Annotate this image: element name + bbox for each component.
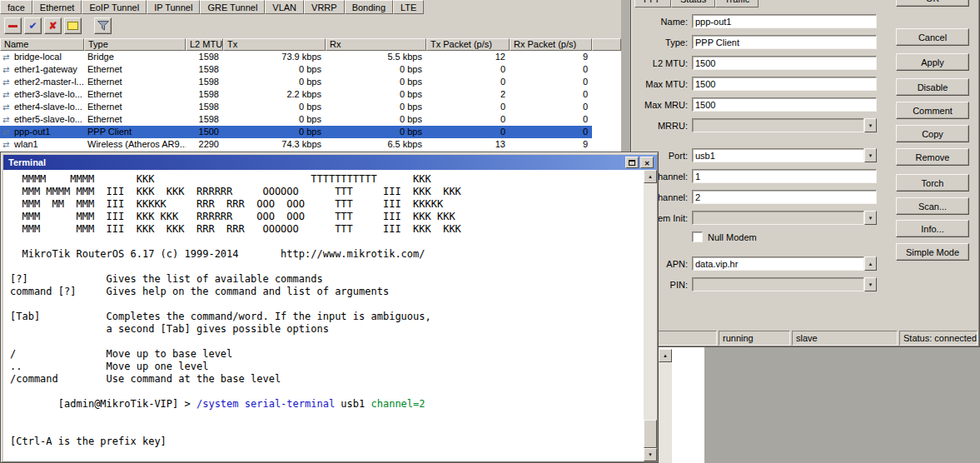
terminal-title: Terminal [8,157,46,167]
column-header-type[interactable]: Type [84,38,186,51]
scrollbar-thumb[interactable] [644,420,657,448]
tab-vrrp[interactable]: VRRP [304,0,345,14]
tab-ppp[interactable]: PPP [634,0,671,7]
table-row-selected[interactable]: ppp-out1 PPP Client 1500 0 bps 0 bps 0 0 [0,126,592,138]
enable-button[interactable] [24,17,42,34]
terminal-prompt-line: [admin@MikroTik-VIP] > /system serial-te… [10,386,644,423]
column-header-tx[interactable]: Tx [223,38,326,51]
ok-button[interactable]: OK [896,0,969,7]
terminal-scrollbar[interactable] [644,170,657,461]
copy-button[interactable]: Copy [896,125,969,142]
disable-icon [48,20,57,32]
scan-button[interactable]: Scan... [896,197,969,215]
table-body: bridge-local Bridge 1598 73.9 kbps 5.5 k… [0,51,621,151]
tab-traffic[interactable]: Traffic [715,0,759,7]
table-row[interactable]: ether5-slave-lo... Ethernet 1598 0 bps 0… [0,113,592,126]
terminal-output[interactable]: MMMM MMMM KKK TTTTTTTTTTT KKK MMM MMMM M… [3,170,644,461]
apn-collapse-button[interactable] [864,256,877,271]
interface-name: ether4-slave-lo... [14,102,82,112]
disable-button[interactable]: Disable [896,78,969,96]
interface-tx-packet: 0 [426,76,510,88]
tab-interface[interactable]: face [0,0,32,14]
column-header-tx-packet[interactable]: Tx Packet (p/s) [426,38,510,51]
torch-button[interactable]: Torch [896,174,969,192]
column-header-rx-packet[interactable]: Rx Packet (p/s) [510,38,592,51]
tab-gre-tunnel[interactable]: GRE Tunnel [200,0,265,14]
tab-ip-tunnel[interactable]: IP Tunnel [147,0,200,14]
interface-l2mtu: 1500 [186,126,223,138]
cancel-button[interactable]: Cancel [896,28,969,46]
wireless-icon [2,138,14,151]
null-modem-checkbox[interactable] [692,232,703,242]
table-row[interactable]: ether1-gateway Ethernet 1598 0 bps 0 bps… [0,63,592,76]
simple-mode-button[interactable]: Simple Mode [896,243,969,261]
mrru-input[interactable] [692,118,864,132]
tab-vlan[interactable]: VLAN [265,0,304,14]
l2mtu-input[interactable] [692,56,877,70]
remove-button[interactable]: Remove [896,148,969,166]
mrru-dropdown-button[interactable] [864,118,877,132]
comment-button[interactable] [64,17,82,34]
scroll-up-icon[interactable] [659,349,672,362]
column-header-rx[interactable]: Rx [326,38,426,51]
interface-tx-packet: 2 [426,88,510,101]
table-row[interactable]: ether2-master-l... Ethernet 1598 0 bps 0… [0,76,592,88]
terminal-titlebar[interactable]: Terminal [3,155,657,170]
close-button[interactable] [640,157,654,168]
terminal-line: / Move up to base level [10,348,644,361]
data-channel-input[interactable] [692,169,877,183]
interface-tab-strip: face Ethernet EoIP Tunnel IP Tunnel GRE … [0,0,621,14]
info-button[interactable]: Info... [896,220,969,237]
disable-button[interactable] [44,17,62,34]
interface-tx-packet: 12 [426,51,510,63]
port-dropdown-button[interactable] [864,148,877,162]
interface-rx: 5.5 kbps [326,51,426,63]
interface-tx-packet: 0 [426,101,510,113]
terminal-line [10,336,644,348]
command-name: serial-terminal [245,398,341,410]
interface-tx: 0 bps [223,76,326,88]
column-header-name[interactable]: Name [0,38,84,51]
pin-input[interactable] [692,277,864,291]
max-mtu-input[interactable] [692,77,877,91]
port-input[interactable] [692,148,864,162]
max-mru-input[interactable] [692,97,877,112]
table-row[interactable]: wlan1 Wireless (Atheros AR9... 2290 74.3… [0,138,592,151]
terminal-cursor-line [10,461,644,461]
apply-button[interactable]: Apply [896,53,969,71]
modem-init-dropdown-button[interactable] [864,211,877,225]
name-input[interactable] [692,14,877,28]
table-row[interactable]: ether3-slave-lo... Ethernet 1598 2.2 kbp… [0,88,592,101]
scroll-down-icon[interactable] [644,448,657,461]
tab-bonding[interactable]: Bonding [345,0,393,14]
ppp-client-icon [2,126,14,138]
interface-rx: 0 bps [326,88,426,101]
interface-rx-packet: 0 [510,113,592,126]
column-header-l2mtu[interactable]: L2 MTU [186,38,223,51]
table-row[interactable]: bridge-local Bridge 1598 73.9 kbps 5.5 k… [0,51,592,63]
scroll-up-icon[interactable] [644,170,657,183]
comment-icon [67,22,78,30]
pin-expand-button[interactable] [864,277,877,291]
info-channel-input[interactable] [692,190,877,204]
terminal-line: a second [Tab] gives possible options [10,323,644,336]
comment-button[interactable]: Comment [896,102,969,119]
filter-button[interactable] [94,17,112,34]
tab-status[interactable]: Status [671,0,715,7]
remove-button[interactable] [4,17,22,34]
modem-init-input[interactable] [692,211,864,225]
maximize-button[interactable] [625,157,639,168]
interface-type: Ethernet [84,101,186,113]
tab-eoip-tunnel[interactable]: EoIP Tunnel [82,0,147,14]
tab-ethernet[interactable]: Ethernet [32,0,82,14]
type-input[interactable] [692,35,877,49]
background-scrollbar[interactable] [659,349,672,463]
interface-tx: 0 bps [223,113,326,126]
interface-type: Wireless (Atheros AR9... [84,138,186,151]
tab-lte[interactable]: LTE [393,0,424,14]
null-modem-label: Null Modem [708,232,757,242]
command-parameter: channel=2 [371,398,425,410]
apn-input[interactable] [692,256,864,271]
interface-rx: 0 bps [326,126,426,138]
table-row[interactable]: ether4-slave-lo... Ethernet 1598 0 bps 0… [0,101,592,113]
